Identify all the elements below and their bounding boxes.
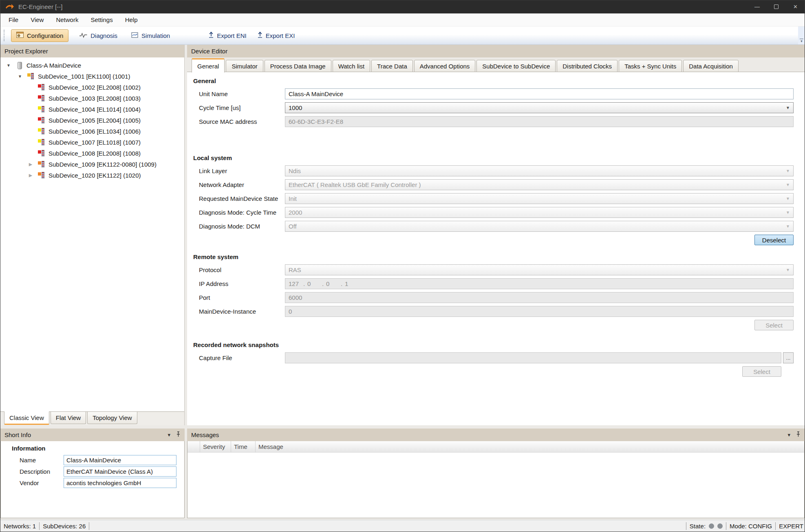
local-system-heading: Local system	[193, 154, 794, 161]
chevron-down-icon: ▼	[786, 169, 790, 173]
state-indicator-icon	[709, 523, 714, 529]
toolbar: Configuration Diagnosis Simulation Expor…	[0, 26, 805, 45]
chevron-down-icon[interactable]: ▾	[787, 432, 790, 437]
source-mac-field: 60-6D-3C-E3-F2-E8	[285, 116, 794, 127]
tab-advanced-options[interactable]: Advanced Options	[414, 60, 476, 72]
expand-arrow-icon[interactable]: ▼	[5, 63, 12, 68]
vendor-field[interactable]: acontis technologies GmbH	[64, 478, 176, 488]
tab-classic-view[interactable]: Classic View	[4, 411, 49, 425]
message-column-header[interactable]: Message	[256, 441, 804, 452]
menubar: File View Network Settings Help	[0, 13, 805, 26]
expand-arrow-icon[interactable]: ▼	[17, 74, 23, 79]
separator	[775, 522, 776, 530]
tree-item-subdevice-1006[interactable]: SubDevice_1006 [EL1034] (1006)	[0, 126, 184, 137]
menu-network[interactable]: Network	[50, 13, 84, 26]
maindevice-instance-field: 0	[285, 306, 794, 317]
tab-tasks-sync-units[interactable]: Tasks + Sync Units	[619, 60, 682, 72]
diagnosis-dcm-dropdown: Off ▼	[285, 221, 794, 232]
ip-octet-2: 0	[307, 280, 320, 287]
chevron-down-icon: ▾	[801, 40, 803, 43]
chevron-down-icon[interactable]: ▾	[168, 432, 170, 437]
collapse-arrow-icon[interactable]: ▶	[27, 173, 34, 178]
ip-octet-3: 0	[326, 280, 338, 287]
tab-trace-data[interactable]: Trace Data	[371, 60, 413, 72]
tab-topology-view[interactable]: Topology View	[87, 412, 137, 424]
tree-item-subdevice-1001[interactable]: ▼ SubDevice_1001 [EK1100] (1001)	[0, 71, 184, 82]
messages-header: Messages ▾	[187, 429, 805, 441]
tree-item-subdevice-1005[interactable]: SubDevice_1005 [EL2004] (1005)	[0, 115, 184, 126]
tree-item-maindevice[interactable]: ▼ Class-A MainDevice	[0, 60, 184, 71]
tree-item-subdevice-1008[interactable]: SubDevice_1008 [EL2008] (1008)	[0, 148, 184, 159]
minimize-button[interactable]: —	[748, 0, 767, 13]
separator	[39, 522, 40, 530]
remote-select-button: Select	[754, 320, 794, 330]
cycle-time-value: 1000	[289, 104, 302, 111]
link-layer-dropdown: Ndis ▼	[285, 165, 794, 176]
network-adapter-dropdown: EtherCAT ( Realtek USB GbE Family Contro…	[285, 179, 794, 190]
close-button[interactable]: ✕	[786, 0, 805, 13]
maximize-button[interactable]	[767, 0, 786, 13]
diagnosis-dcm-label: Diagnosis Mode: DCM	[193, 223, 285, 230]
configuration-button[interactable]: Configuration	[11, 29, 68, 42]
vendor-label: Vendor	[20, 479, 64, 486]
expert-label: EXPERT	[779, 523, 803, 530]
close-icon: ✕	[793, 4, 798, 10]
output-terminal-icon	[38, 117, 45, 124]
snapshot-select-button: Select	[742, 366, 781, 377]
device-editor-title: Device Editor	[191, 48, 227, 55]
chevron-down-icon: ▼	[786, 268, 790, 272]
toolbar-overflow-button[interactable]: ▾	[798, 26, 805, 44]
simulation-icon	[131, 32, 139, 40]
browse-button[interactable]: ...	[783, 352, 794, 363]
port-label: Port	[193, 294, 285, 301]
menu-settings[interactable]: Settings	[84, 13, 119, 26]
tree-item-subdevice-1002[interactable]: SubDevice_1002 [EL2008] (1002)	[0, 82, 184, 93]
name-field[interactable]: Class-A MainDevice	[64, 455, 176, 465]
capture-file-label: Capture File	[193, 354, 285, 361]
device-editor-panel: Device Editor General Simulator Process …	[187, 45, 805, 425]
tree-item-subdevice-1004[interactable]: SubDevice_1004 [EL1014] (1004)	[0, 104, 184, 115]
mode-label: Mode: CONFIG	[730, 523, 772, 530]
time-column-header[interactable]: Time	[231, 441, 256, 452]
menu-help[interactable]: Help	[119, 13, 144, 26]
toolbar-grip[interactable]	[4, 30, 5, 41]
menu-view[interactable]: View	[24, 13, 50, 26]
export-eni-label: Export ENI	[217, 32, 247, 39]
window-title: EC-Engineer [--]	[18, 3, 62, 10]
tree-item-subdevice-1007[interactable]: SubDevice_1007 [EL1018] (1007)	[0, 137, 184, 148]
tab-watch-list[interactable]: Watch list	[333, 60, 370, 72]
export-eni-button[interactable]: Export ENI	[208, 31, 247, 40]
tree-item-subdevice-1003[interactable]: SubDevice_1003 [EL2008] (1003)	[0, 93, 184, 104]
diagnosis-button[interactable]: Diagnosis	[79, 32, 117, 40]
simulation-button[interactable]: Simulation	[131, 32, 170, 40]
export-exi-button[interactable]: Export EXI	[257, 31, 295, 40]
tab-data-acquisition[interactable]: Data Acquisition	[683, 60, 739, 72]
pin-icon[interactable]	[796, 431, 801, 438]
severity-column-header[interactable]: Severity	[200, 441, 231, 452]
description-field[interactable]: EtherCAT MainDevice (Class A)	[64, 466, 176, 477]
tree-item-subdevice-1009[interactable]: ▶ SubDevice_1009 [EK1122-0080] (1009)	[0, 159, 184, 170]
unit-name-label: Unit Name	[193, 90, 285, 97]
menu-file[interactable]: File	[2, 13, 24, 26]
tab-process-data-image[interactable]: Process Data Image	[265, 60, 331, 72]
tab-flat-view[interactable]: Flat View	[51, 412, 86, 424]
tab-subdevice-to-subdevice[interactable]: SubDevice to SubDevice	[476, 60, 556, 72]
device-tree: ▼ Class-A MainDevice ▼ SubDevice_1001 [E…	[0, 57, 184, 411]
cycle-time-dropdown[interactable]: 1000 ▼	[285, 102, 794, 113]
general-tab-content: General Unit Name Class-A MainDevice Cyc…	[187, 72, 805, 425]
export-icon	[208, 31, 214, 40]
pin-icon[interactable]	[176, 431, 181, 438]
state-label: State:	[690, 523, 706, 530]
project-explorer-panel: Project Explorer ▼ Class-A MainDevice ▼ …	[0, 45, 185, 425]
tree-item-subdevice-1020[interactable]: ▶ SubDevice_1020 [EK1122] (1020)	[0, 170, 184, 181]
tab-general[interactable]: General	[192, 58, 225, 73]
collapse-arrow-icon[interactable]: ▶	[27, 162, 34, 167]
deselect-button[interactable]: Deselect	[754, 235, 794, 245]
requested-state-label: Requested MainDevice State	[193, 195, 285, 202]
snapshots-heading: Recorded network snapshots	[193, 341, 794, 348]
messages-column-headers: Severity Time Message	[187, 441, 804, 453]
tab-simulator[interactable]: Simulator	[226, 60, 263, 72]
tab-distributed-clocks[interactable]: Distributed Clocks	[557, 60, 618, 72]
unit-name-field[interactable]: Class-A MainDevice	[285, 88, 794, 99]
general-section-heading: General	[193, 77, 794, 84]
